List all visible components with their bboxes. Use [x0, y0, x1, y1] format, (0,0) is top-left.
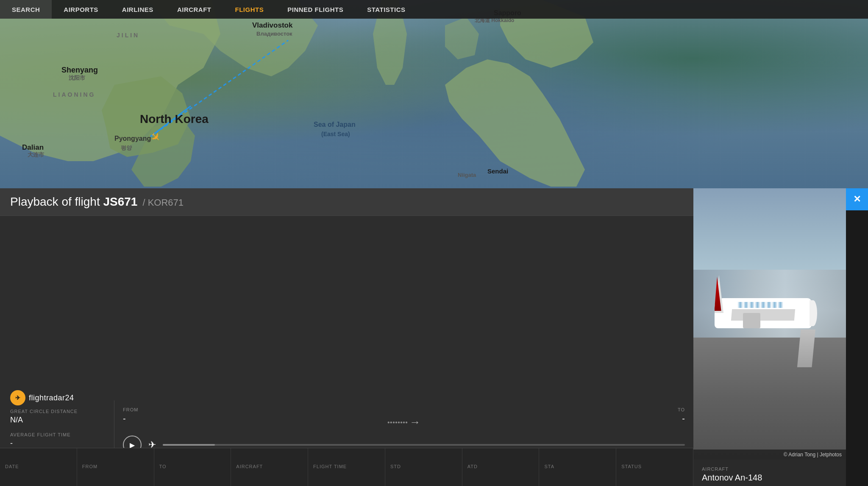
th-atd-label: ATD: [467, 464, 534, 469]
route-to-label: TO: [659, 407, 685, 412]
th-std-label: STD: [390, 464, 457, 469]
th-atd: ATD: [462, 448, 540, 486]
aircraft-info-panel: © Adrian Tong | Jetphotos AIRCRAFT Anton…: [693, 188, 846, 486]
map-label-sendai: Sendai: [487, 168, 508, 175]
th-sta: STA: [539, 448, 616, 486]
th-std: STD: [385, 448, 462, 486]
map-label-pyongyang: Pyongyang: [114, 135, 151, 142]
fr24-logo-text: flightradar24: [29, 394, 74, 402]
map-label-sea-of-japan: Sea of Japan: [314, 121, 356, 128]
flight-title-bar: Playback of flight JS671/ KOR671: [0, 188, 693, 216]
th-sta-label: STA: [544, 464, 611, 469]
avg-flight-time: AVERAGE FLIGHT TIME -: [10, 432, 104, 448]
fr24-logo: ✈ flightradar24: [10, 390, 74, 405]
svg-marker-2: [131, 119, 195, 187]
nav-airlines[interactable]: AIRLINES: [110, 0, 165, 19]
flight-title: Playback of flight JS671/ KOR671: [10, 195, 184, 209]
svg-marker-7: [445, 17, 479, 59]
airplane-icon: ✈: [147, 129, 164, 146]
map-label-liaoning: LIAONING: [53, 91, 95, 98]
aircraft-type-value: Antonov An-148: [702, 473, 837, 483]
map-area[interactable]: North Korea Pyongyang 평양 Vladivostok Вла…: [0, 0, 868, 195]
info-panel: Playback of flight JS671/ KOR671 GREAT C…: [0, 188, 693, 486]
nav-aircraft[interactable]: AIRCRAFT: [165, 0, 223, 19]
th-status-label: STATUS: [621, 464, 688, 469]
photo-credit: © Adrian Tong | Jetphotos: [693, 450, 846, 460]
great-circle-label: GREAT CIRCLE DISTANCE: [10, 409, 104, 414]
map-label-jilin: JILIN: [117, 32, 139, 39]
th-date-label: DATE: [5, 464, 72, 469]
route-from-value: -: [123, 414, 148, 424]
map-label-vladivostok-kr: Владивосток: [256, 31, 292, 37]
map-label-niigata: Niigata: [458, 172, 476, 178]
svg-marker-4: [445, 59, 585, 187]
nav-airports[interactable]: AIRPORTS: [52, 0, 110, 19]
map-label-sea-of-japan-sub: (East Sea): [321, 131, 350, 137]
map-label-dalian-kr: 大连市: [28, 151, 44, 159]
nav-pinned-flights[interactable]: PINNED FLIGHTS: [275, 0, 355, 19]
map-label-shenyang-kr: 沈阳市: [69, 74, 85, 82]
map-label-pyongyang-kr: 평양: [121, 144, 132, 152]
th-aircraft: AIRCRAFT: [231, 448, 308, 486]
great-circle-distance: GREAT CIRCLE DISTANCE N/A: [10, 409, 104, 425]
flight-title-prefix: Playback of flight: [10, 195, 103, 208]
bottom-table-header: DATE FROM TO AIRCRAFT FLIGHT TIME STD AT…: [0, 448, 693, 486]
map-label-dalian: Dalian: [22, 143, 44, 152]
avg-flight-time-label: AVERAGE FLIGHT TIME: [10, 432, 104, 437]
flight-number: JS671: [103, 195, 137, 208]
th-to-label: TO: [159, 464, 226, 469]
th-flight-time: FLIGHT TIME: [308, 448, 385, 486]
great-circle-value: N/A: [10, 416, 104, 425]
map-label-north-korea: North Korea: [140, 112, 209, 126]
aircraft-photo: © Adrian Tong | Jetphotos: [693, 188, 846, 460]
nav-search[interactable]: SEARCH: [0, 0, 52, 19]
center-flight-area: FROM - ●●●●●●●● → TO - ▶ ✈ TIME: [114, 400, 693, 448]
nav-flights[interactable]: FLIGHTS: [223, 0, 276, 19]
close-button[interactable]: ✕: [846, 188, 868, 210]
flight-alt-id: / KOR671: [142, 197, 184, 208]
th-flight-time-label: FLIGHT TIME: [313, 464, 380, 469]
svg-marker-0: [0, 0, 220, 161]
th-from: FROM: [77, 448, 154, 486]
route-to-value: -: [659, 414, 685, 424]
top-nav: SEARCH AIRPORTS AIRLINES AIRCRAFT FLIGHT…: [0, 0, 868, 19]
aircraft-type-row: AIRCRAFT Antonov An-148: [702, 466, 837, 483]
route-from-label: FROM: [123, 407, 148, 412]
map-label-vladivostok: Vladivostok: [252, 21, 292, 30]
avg-flight-time-value: -: [10, 439, 104, 448]
th-status: STATUS: [616, 448, 693, 486]
progress-bar-fill: [163, 444, 215, 446]
map-label-shenyang: Shenyang: [61, 66, 98, 75]
th-to: TO: [154, 448, 231, 486]
left-stats: GREAT CIRCLE DISTANCE N/A AVERAGE FLIGHT…: [0, 400, 114, 448]
progress-bar[interactable]: [163, 444, 685, 446]
th-date: DATE: [0, 448, 77, 486]
nav-statistics[interactable]: STATISTICS: [355, 0, 417, 19]
fr24-logo-icon: ✈: [10, 390, 25, 405]
th-aircraft-label: AIRCRAFT: [236, 464, 303, 469]
th-from-label: FROM: [82, 464, 149, 469]
aircraft-type-label: AIRCRAFT: [702, 466, 837, 472]
aircraft-details: AIRCRAFT Antonov An-148 REGISTRATION P-6…: [693, 460, 846, 486]
